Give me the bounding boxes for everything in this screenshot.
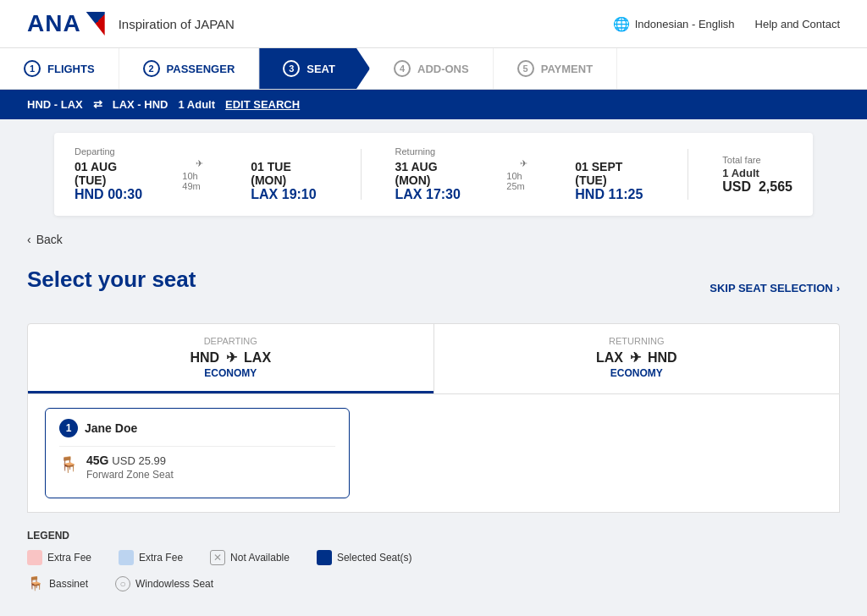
step-num-2: 2 — [143, 60, 160, 77]
dep-time: HND 00:30 — [75, 187, 148, 202]
legend-selected-label: Selected Seat(s) — [337, 552, 412, 564]
legend-not-available: ✕ Not Available — [210, 550, 290, 565]
arr-date: 01 TUE (MON) — [251, 160, 326, 187]
ret-time: LAX 17:30 — [395, 187, 473, 202]
legend-title: LEGEND — [27, 530, 840, 542]
step-seat[interactable]: 3 SEAT — [259, 48, 370, 89]
subnav-route1: HND - LAX — [27, 98, 83, 111]
legend-pink-box — [27, 550, 42, 565]
seat-price: USD 25.99 — [112, 454, 166, 467]
legend-pink-label: Extra Fee — [47, 552, 91, 564]
step-num-4: 4 — [394, 60, 411, 77]
arrival-segment: 01 TUE (MON) LAX 19:10 — [251, 146, 326, 202]
tab-departing[interactable]: DEPARTING HND ✈ LAX ECONOMY — [28, 324, 434, 393]
passenger-card: 1 Jane Doe 🪑 45G USD 25.99 Forward Zone … — [45, 408, 350, 498]
tab-returning[interactable]: RETURNING LAX ✈ HND ECONOMY — [434, 324, 840, 393]
ret-arr-date: 01 SEPT (TUE) — [575, 160, 654, 187]
flight-info-card: Departing 01 AUG (TUE) HND 00:30 ✈ 10h 4… — [54, 133, 813, 216]
tab-dep-class: ECONOMY — [45, 367, 417, 379]
passenger-area: 1 Jane Doe 🪑 45G USD 25.99 Forward Zone … — [27, 394, 840, 513]
tab-dep-dir: DEPARTING — [45, 336, 417, 346]
page-title: Select your seat — [27, 267, 196, 293]
passenger-name: Jane Doe — [85, 421, 137, 435]
sub-nav: HND - LAX ⇄ LAX - HND 1 Adult EDIT SEARC… — [0, 90, 867, 119]
ana-logo: ANA — [27, 10, 105, 37]
step-label-flights: FLIGHTS — [47, 63, 95, 75]
fare-adult: 1 Adult — [722, 167, 792, 179]
step-addons[interactable]: 4 ADD-ONS — [370, 48, 494, 89]
step-label-passenger: PASSENGER — [167, 63, 235, 75]
legend-items: Extra Fee Extra Fee ✕ Not Available Sele… — [27, 550, 840, 565]
header: ANA Inspiration of JAPAN 🌐 Indonesian - … — [0, 0, 867, 48]
ret-arr-time: HND 11:25 — [575, 187, 654, 202]
step-flights[interactable]: 1 FLIGHTS — [0, 48, 119, 89]
brand-name: ANA — [27, 10, 81, 37]
fare-amount: USD 2,565 — [722, 179, 792, 195]
legend-selected: Selected Seat(s) — [317, 550, 412, 565]
returning-segment: Returning 31 AUG (MON) LAX 17:30 — [395, 146, 473, 202]
seat-info: 45G USD 25.99 Forward Zone Seat — [86, 454, 174, 481]
step-passenger[interactable]: 2 PASSENGER — [119, 48, 260, 89]
back-button[interactable]: ‹ Back — [27, 233, 63, 246]
step-label-payment: PAYMENT — [541, 63, 593, 75]
passenger-number: 1 — [59, 419, 78, 437]
duration2-text: 10h 25m — [506, 171, 541, 191]
step-payment[interactable]: 5 PAYMENT — [494, 48, 617, 89]
step-num-3: 3 — [283, 60, 300, 77]
legend-pink: Extra Fee — [27, 550, 91, 565]
divider-1 — [361, 149, 362, 200]
tab-ret-route: LAX ✈ HND — [451, 349, 823, 366]
legend-blue-label: Extra Fee — [139, 552, 183, 564]
duration1: ✈ 10h 49m — [182, 158, 217, 191]
step-label-addons: ADD-ONS — [417, 63, 469, 75]
language-label: Indonesian - English — [635, 18, 735, 30]
plane-icon-tab-ret: ✈ — [630, 349, 641, 366]
title-row: Select your seat SKIP SEAT SELECTION › — [27, 267, 840, 310]
language-selector[interactable]: 🌐 Indonesian - English — [613, 16, 735, 32]
departing-label: Departing — [75, 146, 148, 157]
dep-date: 01 AUG (TUE) — [75, 160, 148, 187]
legend-x-icon: ✕ — [210, 550, 225, 565]
arr-time: LAX 19:10 — [251, 187, 326, 202]
legend-items-row2: 🪑 Bassinet ○ Windowless Seat — [27, 575, 840, 591]
plane-icon-tab-dep: ✈ — [226, 349, 237, 366]
legend-blue-box — [119, 550, 134, 565]
edit-search-button[interactable]: EDIT SEARCH — [225, 98, 300, 111]
bassinet-icon: 🪑 — [27, 575, 44, 591]
header-left: ANA Inspiration of JAPAN — [27, 10, 235, 37]
tab-ret-class: ECONOMY — [451, 367, 823, 379]
fare-label: Total fare — [722, 155, 792, 165]
ret-date: 31 AUG (MON) — [395, 160, 473, 187]
legend-section: LEGEND Extra Fee Extra Fee ✕ Not Availab… — [27, 530, 840, 591]
skip-label: SKIP SEAT SELECTION — [710, 282, 832, 294]
tab-dep-route: HND ✈ LAX — [45, 349, 417, 366]
legend-bassinet-label: Bassinet — [49, 578, 88, 590]
arr-label — [251, 146, 326, 157]
plane-icon-2: ✈ — [520, 158, 527, 169]
seat-icon: 🪑 — [59, 455, 78, 474]
step-label-seat: SEAT — [306, 63, 335, 75]
passenger-name-row: 1 Jane Doe — [59, 419, 335, 437]
tab-ret-dir: RETURNING — [451, 336, 823, 346]
seat-tabs: DEPARTING HND ✈ LAX ECONOMY RETURNING LA… — [27, 323, 840, 394]
legend-blue: Extra Fee — [119, 550, 183, 565]
seat-type: Forward Zone Seat — [86, 469, 174, 481]
chevron-right-icon: › — [837, 282, 840, 294]
total-fare: Total fare 1 Adult USD 2,565 — [722, 155, 792, 195]
legend-windowless: ○ Windowless Seat — [115, 576, 213, 591]
ana-flag-icon — [86, 12, 105, 36]
duration1-text: 10h 49m — [182, 171, 217, 191]
legend-windowless-label: Windowless Seat — [135, 578, 213, 590]
seat-detail-row: 🪑 45G USD 25.99 Forward Zone Seat — [59, 446, 335, 487]
skip-seat-selection-button[interactable]: SKIP SEAT SELECTION › — [710, 282, 840, 294]
step-num-5: 5 — [517, 60, 534, 77]
subnav-arrow: ⇄ — [93, 98, 102, 111]
header-right: 🌐 Indonesian - English Help and Contact — [613, 16, 840, 32]
legend-bassinet: 🪑 Bassinet — [27, 575, 88, 591]
windowless-icon: ○ — [115, 576, 130, 591]
ret-arr-label — [575, 146, 654, 157]
seat-number: 45G USD 25.99 — [86, 454, 166, 467]
divider-2 — [688, 149, 688, 200]
return-arrival-segment: 01 SEPT (TUE) HND 11:25 — [575, 146, 654, 202]
help-contact-link[interactable]: Help and Contact — [755, 18, 840, 30]
